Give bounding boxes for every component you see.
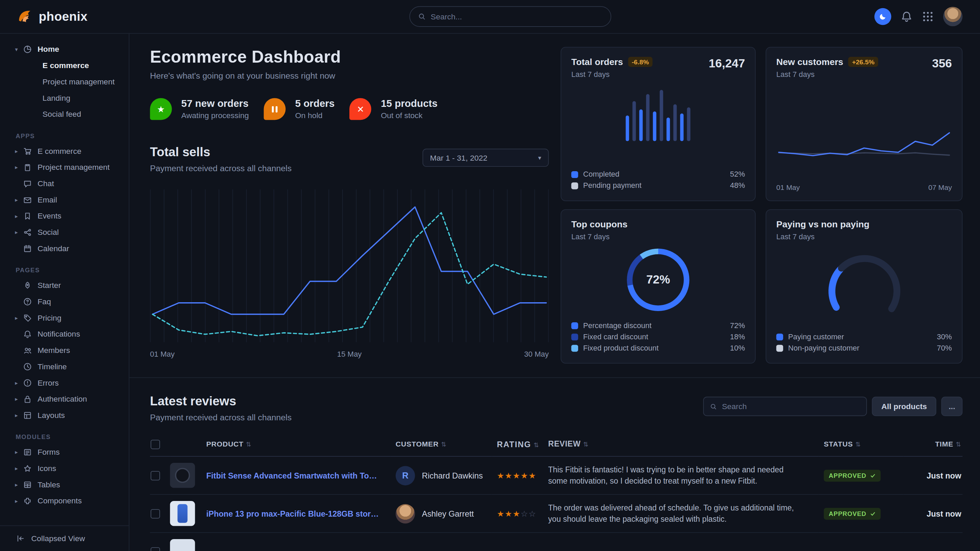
legend-label: Completed: [583, 170, 620, 179]
review-row: [150, 533, 963, 551]
sidebar-item-faq[interactable]: Faq: [0, 294, 129, 310]
sidebar-subitem-landing[interactable]: Landing: [0, 90, 129, 106]
sidebar-item-label: Timeline: [37, 362, 67, 371]
notifications-button[interactable]: [900, 11, 913, 22]
sidebar-item-calendar[interactable]: Calendar: [0, 241, 129, 257]
dashboard-left-column: Ecommerce Dashboard Here's what's going …: [150, 47, 549, 364]
latest-reviews-title: Latest reviews: [150, 394, 292, 408]
date-range-select[interactable]: Mar 1 - 31, 2022 ▾: [423, 149, 549, 167]
phoenix-logo-icon: [16, 8, 33, 25]
legend-label: Paying customer: [788, 332, 844, 341]
column-header-customer[interactable]: CUSTOMER⇅: [391, 439, 492, 457]
caret-right-icon: ▸: [15, 164, 23, 170]
cart-icon: [23, 147, 32, 156]
navbar-search: [409, 6, 611, 27]
reviews-search-input[interactable]: [722, 402, 860, 411]
main-content: Ecommerce Dashboard Here's what's going …: [129, 34, 980, 551]
new-customers-value: 356: [932, 57, 952, 70]
column-header-review[interactable]: REVIEW⇅: [543, 439, 819, 457]
check-icon: [870, 511, 876, 517]
total-sells-x-labels: 01 May15 May30 May: [150, 350, 549, 359]
sidebar-item-label: Notifications: [37, 330, 80, 339]
theme-toggle-button[interactable]: [875, 8, 891, 25]
caret-right-icon: ▸: [15, 380, 23, 386]
reviews-table-body: Fitbit Sense Advanced Smartwatch with To…: [150, 456, 963, 551]
sidebar-item-components[interactable]: ▸Components: [0, 493, 129, 509]
stat-value: 15 products: [381, 98, 437, 110]
sidebar-section-label: APPS: [16, 132, 129, 139]
sidebar-item-label: Faq: [37, 297, 51, 306]
legend-swatch: [571, 182, 578, 189]
product-link[interactable]: iPhone 13 pro max-Pacific Blue-128GB sto…: [206, 509, 381, 518]
row-checkbox[interactable]: [151, 510, 160, 519]
legend-label: Non-paying customer: [788, 344, 859, 353]
user-avatar[interactable]: [943, 7, 963, 26]
question-icon: [23, 297, 32, 306]
search-icon: [710, 403, 717, 410]
sidebar-subitem-e-commerce[interactable]: E commerce: [0, 57, 129, 74]
column-header-rating[interactable]: RATING⇅: [492, 439, 544, 457]
status-badge: APPROVED: [824, 508, 881, 520]
row-checkbox[interactable]: [151, 547, 160, 551]
sidebar-item-pricing[interactable]: ▸Pricing: [0, 310, 129, 326]
review-time: Just now: [903, 456, 962, 494]
more-options-button[interactable]: ...: [941, 397, 962, 416]
legend-swatch: [571, 171, 578, 178]
all-products-button[interactable]: All products: [872, 397, 936, 416]
top-coupons-legend-item: Fixed card discount18%: [571, 331, 745, 342]
card-top-coupons: Top coupons Last 7 days 72% Percentage d…: [560, 209, 756, 364]
sidebar-item-authentication[interactable]: ▸Authentication: [0, 391, 129, 407]
navbar-search-input[interactable]: [431, 12, 603, 21]
sidebar-item-errors[interactable]: ▸Errors: [0, 375, 129, 391]
reviews-table-header: PRODUCT⇅CUSTOMER⇅RATING⇅REVIEW⇅STATUS⇅TI…: [150, 439, 963, 457]
customer-name: Ashley Garrett: [422, 509, 474, 518]
legend-label: Fixed product discount: [583, 344, 659, 353]
sidebar-item-notifications[interactable]: Notifications: [0, 326, 129, 342]
total-sells-title: Total sells: [150, 145, 292, 160]
order-stats: ★57 new ordersAwating processing5 orders…: [150, 98, 549, 120]
caret-right-icon: ▸: [15, 449, 23, 456]
column-header-time[interactable]: TIME⇅: [903, 439, 962, 457]
legend-swatch: [571, 322, 578, 329]
sidebar-item-forms[interactable]: ▸Forms: [0, 444, 129, 460]
x-axis-label: 01 May: [150, 350, 175, 359]
sidebar-item-tables[interactable]: ▸Tables: [0, 476, 129, 493]
column-header-status[interactable]: STATUS⇅: [819, 439, 904, 457]
sort-icon: ⇅: [855, 441, 861, 448]
caret-right-icon: ▸: [15, 412, 23, 418]
sidebar-item-social[interactable]: ▸Social: [0, 224, 129, 241]
sidebar-item-email[interactable]: ▸Email: [0, 192, 129, 208]
customer-avatar: R: [396, 466, 415, 485]
product-link[interactable]: Fitbit Sense Advanced Smartwatch with To…: [206, 471, 381, 481]
select-all-checkbox[interactable]: [151, 440, 160, 449]
sidebar-item-icons[interactable]: ▸Icons: [0, 460, 129, 477]
collapsed-view-toggle[interactable]: Collapsed View: [0, 526, 129, 551]
sidebar-item-layouts[interactable]: ▸Layouts: [0, 407, 129, 424]
chevron-down-icon: ▾: [538, 154, 541, 161]
top-coupons-legend: Percentage discount72%Fixed card discoun…: [571, 320, 745, 354]
legend-value: 72%: [730, 321, 745, 330]
row-checkbox[interactable]: [151, 472, 160, 481]
apps-grid-button[interactable]: [922, 11, 934, 22]
sidebar-subitem-social-feed[interactable]: Social feed: [0, 106, 129, 122]
brand[interactable]: phoenix: [16, 8, 88, 25]
sidebar-item-starter[interactable]: Starter: [0, 277, 129, 294]
sidebar-item-events[interactable]: ▸Events: [0, 208, 129, 224]
sidebar-item-home[interactable]: ▾Home: [0, 41, 129, 57]
sidebar-item-chat[interactable]: Chat: [0, 176, 129, 192]
tag-icon: [23, 313, 32, 322]
x-icon: ✕: [350, 98, 372, 120]
rocket-icon: [23, 281, 32, 290]
sidebar-item-timeline[interactable]: Timeline: [0, 359, 129, 375]
star-icon: [23, 464, 32, 473]
column-header-product[interactable]: PRODUCT⇅: [170, 439, 391, 457]
brand-name: phoenix: [39, 10, 88, 24]
sidebar-item-label: Email: [37, 196, 57, 205]
new-customers-chart-svg: [776, 120, 952, 177]
sidebar-subitem-project-management[interactable]: Project management: [0, 74, 129, 90]
sidebar-item-label: Authentication: [37, 395, 87, 403]
sidebar-item-e-commerce[interactable]: ▸E commerce: [0, 143, 129, 159]
paying-period: Last 7 days: [776, 232, 870, 241]
sidebar-item-project-management[interactable]: ▸Project management: [0, 159, 129, 176]
sidebar-item-members[interactable]: Members: [0, 342, 129, 359]
